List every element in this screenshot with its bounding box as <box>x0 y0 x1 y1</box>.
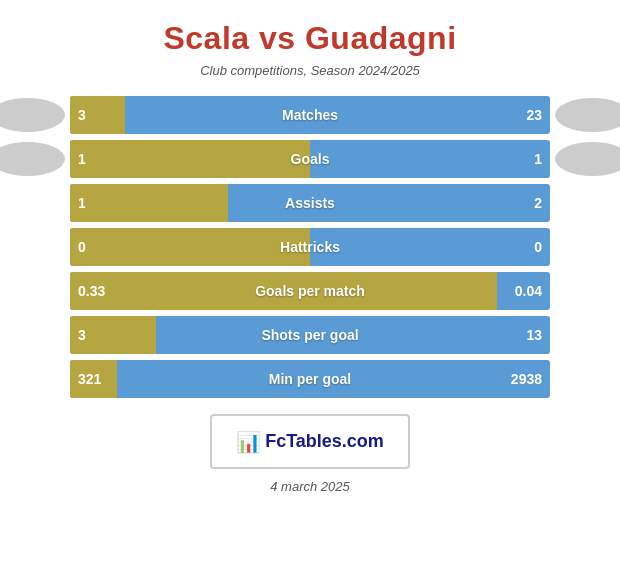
stat-row: 0.33Goals per match0.04 <box>70 272 550 310</box>
stat-label: Shots per goal <box>261 327 358 343</box>
date-label: 4 march 2025 <box>270 479 350 494</box>
stat-label: Assists <box>285 195 335 211</box>
val-right: 0 <box>534 239 542 255</box>
val-left: 1 <box>78 195 86 211</box>
stat-label: Min per goal <box>269 371 351 387</box>
stat-row: 1Goals1 <box>70 140 550 178</box>
val-right: 23 <box>526 107 542 123</box>
page-container: Scala vs Guadagni Club competitions, Sea… <box>0 0 620 580</box>
val-left: 3 <box>78 107 86 123</box>
val-left: 321 <box>78 371 101 387</box>
stats-area: 3Matches231Goals11Assists20Hattricks00.3… <box>70 96 550 398</box>
val-left: 0 <box>78 239 86 255</box>
val-left: 0.33 <box>78 283 105 299</box>
bar-fill-left <box>70 184 228 222</box>
val-right: 2938 <box>511 371 542 387</box>
stat-row: 3Matches23 <box>70 96 550 134</box>
page-title: Scala vs Guadagni <box>163 20 456 57</box>
bar-container: 3Matches23 <box>70 96 550 134</box>
blob-left <box>0 98 65 132</box>
page-subtitle: Club competitions, Season 2024/2025 <box>200 63 420 78</box>
bar-container: 0Hattricks0 <box>70 228 550 266</box>
blob-right <box>555 98 620 132</box>
stat-label: Hattricks <box>280 239 340 255</box>
stat-row: 1Assists2 <box>70 184 550 222</box>
logo-area: 📊 FcTables.com <box>210 414 410 469</box>
logo-icon: 📊 <box>236 430 261 454</box>
blob-left <box>0 142 65 176</box>
bar-container: 0.33Goals per match0.04 <box>70 272 550 310</box>
val-left: 1 <box>78 151 86 167</box>
stat-row: 0Hattricks0 <box>70 228 550 266</box>
val-right: 1 <box>534 151 542 167</box>
val-right: 0.04 <box>515 283 542 299</box>
stat-label: Goals per match <box>255 283 365 299</box>
bar-fill-left <box>70 228 310 266</box>
stat-row: 321Min per goal2938 <box>70 360 550 398</box>
stat-label: Goals <box>291 151 330 167</box>
bar-container: 1Goals1 <box>70 140 550 178</box>
bar-container: 1Assists2 <box>70 184 550 222</box>
logo-text: FcTables.com <box>265 431 384 452</box>
stat-label: Matches <box>282 107 338 123</box>
bar-container: 3Shots per goal13 <box>70 316 550 354</box>
bar-container: 321Min per goal2938 <box>70 360 550 398</box>
blob-right <box>555 142 620 176</box>
bar-fill-left <box>70 140 310 178</box>
stat-row: 3Shots per goal13 <box>70 316 550 354</box>
val-right: 13 <box>526 327 542 343</box>
val-left: 3 <box>78 327 86 343</box>
val-right: 2 <box>534 195 542 211</box>
